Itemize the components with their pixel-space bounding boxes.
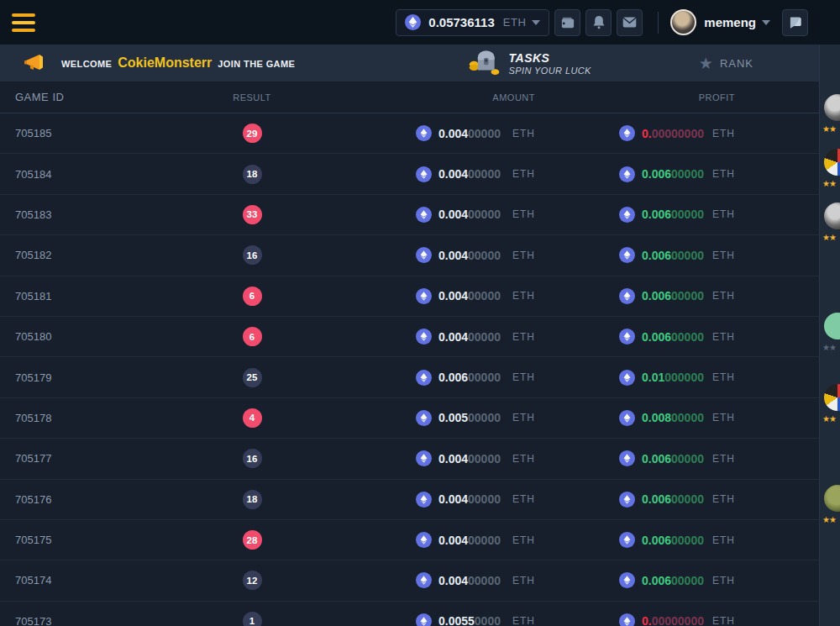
chat-toggle-button[interactable] bbox=[782, 9, 808, 36]
game-id: 705183 bbox=[0, 208, 193, 221]
balance-selector[interactable]: 0.05736113 ETH bbox=[396, 9, 549, 36]
tasks-title: TASKS bbox=[509, 51, 591, 65]
eth-icon bbox=[619, 450, 635, 466]
eth-icon bbox=[619, 166, 635, 182]
table-row[interactable]: 705185 29 0.00400000 ETH 0.00000000 ETH bbox=[0, 113, 819, 154]
game-id: 705173 bbox=[0, 615, 193, 626]
chat-bubble-icon bbox=[788, 15, 802, 29]
eth-icon bbox=[416, 492, 432, 508]
table-row[interactable]: 705182 16 0.00400000 ETH 0.00600000 ETH bbox=[0, 235, 819, 276]
star-rating-icon: ★★ bbox=[822, 414, 840, 423]
notifications-button[interactable] bbox=[585, 9, 612, 36]
profit-value: 0.006 bbox=[642, 249, 671, 262]
chat-avatar bbox=[824, 384, 840, 411]
user-menu[interactable]: memeng bbox=[670, 9, 770, 35]
chat-user: ★★ bbox=[824, 384, 840, 423]
wallet-button[interactable] bbox=[554, 9, 580, 36]
game-id: 705179 bbox=[0, 371, 193, 384]
currency-label: ETH bbox=[512, 371, 535, 383]
currency-label: ETH bbox=[512, 615, 535, 626]
profit-cell: 0.00600000 ETH bbox=[565, 247, 819, 263]
chat-avatar bbox=[824, 485, 840, 512]
eth-icon bbox=[416, 125, 432, 141]
table-row[interactable]: 705177 16 0.00400000 ETH 0.00600000 ETH bbox=[0, 439, 819, 479]
table-row[interactable]: 705175 28 0.00400000 ETH 0.00600000 ETH bbox=[0, 520, 819, 560]
eth-icon bbox=[416, 247, 432, 263]
amount-trailing-zeros: 0000 bbox=[475, 614, 501, 626]
eth-icon bbox=[416, 572, 432, 588]
bell-icon bbox=[592, 15, 606, 29]
amount-trailing-zeros: 00000 bbox=[468, 289, 501, 302]
profit-cell: 0.01000000 ETH bbox=[565, 370, 819, 386]
currency-label: ETH bbox=[712, 575, 735, 587]
eth-icon bbox=[619, 370, 635, 386]
currency-label: ETH bbox=[712, 371, 735, 383]
balance-value: 0.05736113 bbox=[428, 15, 494, 29]
menu-hamburger-icon[interactable] bbox=[12, 13, 35, 32]
profit-cell: 0.00600000 ETH bbox=[565, 207, 819, 223]
star-rating-icon: ★★ bbox=[822, 233, 840, 242]
profit-trailing-zeros: 00000 bbox=[671, 492, 704, 506]
chat-sidebar[interactable]: ★★★★★★★★★★★★ bbox=[819, 45, 840, 626]
currency-label: ETH bbox=[512, 493, 535, 505]
eth-icon bbox=[619, 492, 635, 508]
currency-label: ETH bbox=[712, 290, 735, 302]
profit-trailing-zeros: 00000 bbox=[671, 208, 704, 221]
profit-trailing-zeros: 00000 bbox=[671, 249, 704, 262]
header-amount: AMOUNT bbox=[311, 92, 565, 103]
game-id: 705180 bbox=[0, 330, 193, 343]
table-row[interactable]: 705181 6 0.00400000 ETH 0.00600000 ETH bbox=[0, 276, 819, 317]
messages-button[interactable] bbox=[617, 9, 643, 36]
currency-label: ETH bbox=[712, 493, 735, 505]
result-badge: 18 bbox=[243, 490, 262, 509]
eth-icon bbox=[619, 532, 635, 548]
amount-cell: 0.00600000 ETH bbox=[311, 370, 565, 386]
table-row[interactable]: 705183 33 0.00400000 ETH 0.00600000 ETH bbox=[0, 195, 819, 235]
eth-icon bbox=[416, 288, 432, 304]
amount-cell: 0.00400000 ETH bbox=[311, 247, 565, 263]
game-id: 705176 bbox=[0, 493, 193, 506]
currency-label: ETH bbox=[512, 534, 535, 546]
eth-icon bbox=[619, 613, 635, 626]
table-row[interactable]: 705178 4 0.00500000 ETH 0.00800000 ETH bbox=[0, 398, 819, 439]
table-row[interactable]: 705176 18 0.00400000 ETH 0.00600000 ETH bbox=[0, 480, 819, 520]
table-row[interactable]: 705173 1 0.00550000 ETH 0.00000000 ETH bbox=[0, 602, 819, 626]
profit-value: 0.006 bbox=[642, 208, 671, 221]
tasks-button[interactable]: TASKS SPIN YOUR LUCK bbox=[469, 50, 591, 76]
table-row[interactable]: 705179 25 0.00600000 ETH 0.01000000 ETH bbox=[0, 357, 819, 397]
chat-user: ★★ bbox=[824, 485, 840, 524]
currency-label: ETH bbox=[512, 331, 535, 343]
currency-label: ETH bbox=[712, 453, 735, 465]
welcome-prefix: WELCOME bbox=[61, 59, 112, 69]
currency-label: ETH bbox=[712, 168, 735, 180]
eth-icon bbox=[416, 613, 432, 626]
profit-value: 0.006 bbox=[642, 289, 671, 302]
table-row[interactable]: 705174 12 0.00400000 ETH 0.00600000 ETH bbox=[0, 560, 819, 601]
currency-label: ETH bbox=[712, 534, 735, 546]
amount-value: 0.004 bbox=[438, 289, 468, 302]
profit-value: 0.006 bbox=[642, 492, 671, 506]
eth-icon bbox=[416, 207, 432, 223]
game-id: 705177 bbox=[0, 452, 193, 465]
chat-user: ★★ bbox=[824, 203, 840, 242]
welcome-suffix: JOIN THE GAME bbox=[218, 59, 295, 69]
table-row[interactable]: 705184 18 0.00400000 ETH 0.00600000 ETH bbox=[0, 154, 819, 194]
profit-trailing-zeros: 00000 bbox=[671, 452, 704, 466]
table-row[interactable]: 705180 6 0.00400000 ETH 0.00600000 ETH bbox=[0, 317, 819, 357]
result-badge: 16 bbox=[243, 245, 262, 265]
profit-value: 0.006 bbox=[642, 452, 671, 466]
eth-icon bbox=[619, 410, 635, 426]
eth-icon bbox=[416, 166, 432, 182]
amount-cell: 0.00400000 ETH bbox=[311, 125, 565, 141]
rank-button[interactable]: ★ RANK bbox=[699, 55, 753, 71]
amount-trailing-zeros: 00000 bbox=[468, 452, 501, 466]
eth-icon bbox=[416, 410, 432, 426]
chat-avatar bbox=[824, 94, 840, 121]
amount-trailing-zeros: 00000 bbox=[468, 330, 501, 344]
profit-value: 0.008 bbox=[642, 411, 671, 424]
amount-value: 0.0055 bbox=[438, 614, 475, 626]
currency-label: ETH bbox=[512, 208, 535, 220]
chat-user: ★★ bbox=[824, 149, 840, 188]
amount-cell: 0.00400000 ETH bbox=[311, 450, 565, 466]
currency-label: ETH bbox=[512, 128, 535, 139]
